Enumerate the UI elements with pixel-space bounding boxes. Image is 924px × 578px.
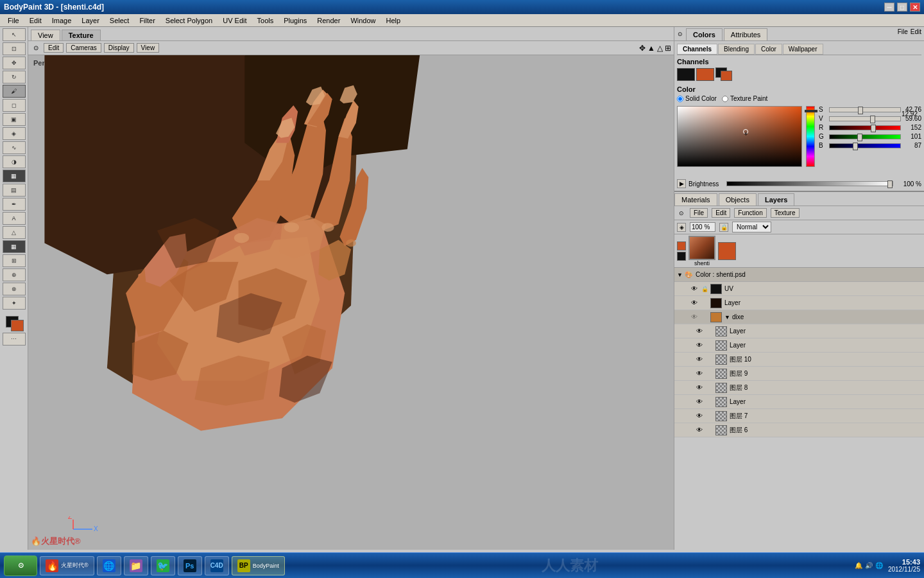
eye-layer9[interactable]: 👁 xyxy=(695,369,704,378)
tool-grid1[interactable]: ▦ xyxy=(3,170,26,182)
tray-icon-3[interactable]: 🌐 xyxy=(875,562,883,569)
vt-cameras[interactable]: Cameras xyxy=(66,43,101,53)
menu-layer[interactable]: Layer xyxy=(76,15,105,26)
tab-objects[interactable]: Objects xyxy=(719,193,757,206)
slider-track-s[interactable] xyxy=(829,107,901,112)
eye-layer8[interactable]: 👁 xyxy=(695,383,704,392)
tool-rotate[interactable]: ↻ xyxy=(3,71,26,83)
menu-render[interactable]: Render xyxy=(312,15,345,26)
taskbar-app-ps[interactable]: Ps xyxy=(178,556,202,575)
tool-text[interactable]: A xyxy=(3,212,26,225)
layer-8[interactable]: 👁 图层 8 xyxy=(674,381,924,395)
mat-color-swatch[interactable] xyxy=(677,241,686,250)
taskbar-app-ie[interactable]: 🌐 xyxy=(97,556,121,575)
slider-thumb-b[interactable] xyxy=(853,143,858,150)
layer-dixe-sub1[interactable]: 👁 Layer xyxy=(674,324,924,338)
eye-layer6[interactable]: 👁 xyxy=(695,426,704,435)
channel-swatch-orange[interactable] xyxy=(696,68,714,81)
tool-nav[interactable]: ⊗ xyxy=(3,283,26,295)
slider-thumb-v[interactable] xyxy=(870,116,875,123)
tray-icon-2[interactable]: 🔊 xyxy=(865,562,873,569)
vt-view[interactable]: View xyxy=(137,43,160,53)
opacity-input[interactable] xyxy=(690,222,715,232)
mat-thumb-shenti[interactable] xyxy=(689,236,715,260)
viewport-move-icon[interactable]: ✥ xyxy=(639,44,646,53)
tab-layers[interactable]: Layers xyxy=(758,193,794,206)
viewport-rotate-icon[interactable]: ▲ xyxy=(647,44,655,53)
tool-eraser[interactable]: ◻ xyxy=(3,99,26,112)
tool-dodge[interactable]: ◑ xyxy=(3,155,26,168)
slider-track-b[interactable] xyxy=(829,143,901,148)
menu-image[interactable]: Image xyxy=(47,15,77,26)
taskbar-app-snake[interactable]: 🐦 xyxy=(151,556,175,575)
layer-7[interactable]: 👁 图层 7 xyxy=(674,409,924,423)
channel-swatch-black[interactable] xyxy=(677,68,695,81)
panel-edit-menu[interactable]: Edit xyxy=(911,28,921,39)
tray-icon-1[interactable]: 🔔 xyxy=(855,562,862,569)
brightness-track[interactable] xyxy=(726,181,893,186)
start-button[interactable]: ⊙ xyxy=(4,556,37,576)
radio-texture-paint[interactable]: Texture Paint xyxy=(722,95,767,102)
vt-edit[interactable]: Edit xyxy=(44,43,64,53)
tab-view[interactable]: View xyxy=(31,30,60,40)
slider-track-g[interactable] xyxy=(829,134,901,139)
layer-uv[interactable]: 👁 🔒 UV xyxy=(674,282,924,296)
menu-help[interactable]: Help xyxy=(381,15,406,26)
layers-texture-btn[interactable]: Texture xyxy=(771,208,800,218)
blend-mode-select[interactable]: Normal Multiply Screen Overlay xyxy=(732,222,771,232)
viewport-zoom-icon[interactable]: △ xyxy=(657,44,663,53)
slider-thumb-r[interactable] xyxy=(871,125,876,132)
background-swatch[interactable] xyxy=(11,320,24,331)
menu-window[interactable]: Window xyxy=(345,15,381,26)
tool-move[interactable]: ✥ xyxy=(3,57,26,69)
subtab-channels[interactable]: Channels xyxy=(677,44,717,55)
menu-select-polygon[interactable]: Select Polygon xyxy=(160,15,218,26)
tool-smudge[interactable]: ∿ xyxy=(3,141,26,154)
layer-10[interactable]: 👁 图层 10 xyxy=(674,353,924,367)
taskbar-app-huoxing[interactable]: 🔥 火星时代® xyxy=(40,556,94,575)
subtab-color[interactable]: Color xyxy=(755,44,782,55)
taskbar-app-c4d[interactable]: C4D xyxy=(205,556,229,575)
tool-select[interactable]: ⊡ xyxy=(3,42,26,55)
tool-pen[interactable]: ✒ xyxy=(3,198,26,211)
layer-sub4[interactable]: 👁 Layer xyxy=(674,395,924,409)
eye-dixe-sub2[interactable]: 👁 xyxy=(695,341,704,350)
tool-grid4[interactable]: ⊞ xyxy=(3,254,26,267)
slider-track-r[interactable] xyxy=(829,125,901,130)
taskbar-app-folder[interactable]: 📁 xyxy=(124,556,148,575)
minimize-button[interactable]: ─ xyxy=(884,3,894,12)
clock[interactable]: 15:43 2012/11/25 xyxy=(888,558,920,573)
viewport-canvas[interactable]: Perspective xyxy=(28,55,674,550)
vt-display[interactable]: Display xyxy=(104,43,134,53)
menu-file[interactable]: File xyxy=(3,15,24,26)
brightness-thumb[interactable] xyxy=(887,180,893,188)
tool-clone[interactable]: ◈ xyxy=(3,127,26,140)
color-gradient[interactable]: + xyxy=(677,106,802,167)
eye-layer7[interactable]: 👁 xyxy=(695,412,704,421)
layer-1[interactable]: 👁 Layer xyxy=(674,296,924,310)
slider-thumb-s[interactable] xyxy=(858,107,863,114)
menu-filter[interactable]: Filter xyxy=(134,15,160,26)
layers-file-btn[interactable]: File xyxy=(690,208,708,218)
menu-tools[interactable]: Tools xyxy=(252,15,279,26)
layer-9[interactable]: 👁 图层 9 xyxy=(674,367,924,381)
menu-edit[interactable]: Edit xyxy=(24,15,47,26)
tool-grid2[interactable]: ▤ xyxy=(3,184,26,197)
radio-solid-color[interactable]: Solid Color xyxy=(677,95,717,102)
eye-dixe-sub1[interactable]: 👁 xyxy=(695,327,704,336)
bg-swatch[interactable] xyxy=(721,71,732,81)
tab-colors[interactable]: Colors xyxy=(686,28,723,40)
slider-track-v[interactable] xyxy=(829,116,901,121)
layers-edit-btn[interactable]: Edit xyxy=(712,208,730,218)
tool-paint[interactable]: 🖌 xyxy=(3,85,26,98)
brightness-icon[interactable]: ▶ xyxy=(677,179,686,188)
slider-thumb-g[interactable] xyxy=(857,134,862,141)
tool-gradient[interactable]: ⋯ xyxy=(3,333,26,346)
panel-file-menu[interactable]: File xyxy=(898,28,908,39)
tab-texture[interactable]: Texture xyxy=(62,30,101,40)
tab-attributes[interactable]: Attributes xyxy=(724,28,767,40)
lock-uv[interactable]: 🔒 xyxy=(701,285,708,293)
layer-dixe-sub2[interactable]: 👁 Layer xyxy=(674,338,924,353)
layers-function-btn[interactable]: Function xyxy=(734,208,766,218)
tool-grid3[interactable]: ▦ xyxy=(3,240,26,253)
